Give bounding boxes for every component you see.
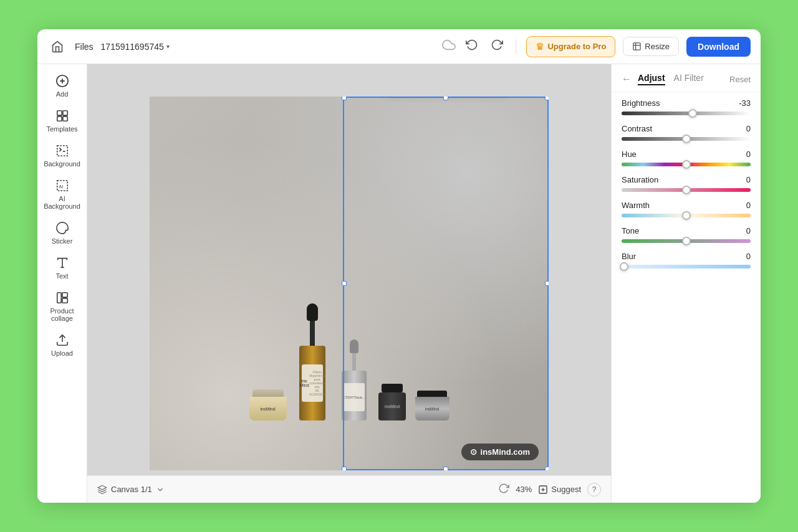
hue-value: 0 — [746, 150, 751, 159]
collage-icon — [55, 291, 69, 305]
tab-adjust[interactable]: Adjust — [638, 73, 665, 85]
refresh-icon — [498, 483, 509, 496]
svg-rect-11 — [57, 293, 60, 303]
panel-header: ← Adjust AI Filter Reset — [612, 64, 761, 92]
panel-back-button[interactable]: ← — [622, 74, 632, 85]
text-icon — [55, 256, 69, 270]
warmth-thumb[interactable] — [682, 211, 691, 220]
product-bottles: insMind ins MindAliquis Meperte cypara c… — [150, 303, 549, 420]
panel-content: Brightness -33 Contrast 0 — [612, 92, 761, 275]
reset-button[interactable]: Reset — [729, 75, 751, 84]
undo-button[interactable] — [463, 36, 481, 57]
panel-tabs: Adjust AI Filter — [638, 73, 704, 85]
handle-top-left[interactable] — [342, 97, 347, 100]
handle-mid-right[interactable] — [545, 281, 549, 286]
canvas-label: Canvas 1/1 — [111, 485, 152, 494]
contrast-thumb[interactable] — [682, 135, 691, 143]
svg-rect-4 — [57, 111, 61, 115]
tab-ai-filter[interactable]: AI Filter — [674, 73, 704, 85]
svg-rect-5 — [62, 111, 67, 115]
hue-label: Hue — [622, 150, 637, 159]
dropper-tall: ins MindAliquis Meperte cypara conmilero… — [296, 303, 330, 420]
saturation-label: Saturation — [622, 175, 658, 184]
zoom-level: 43% — [516, 485, 532, 494]
handle-bot-left[interactable] — [342, 467, 347, 470]
main-content: Add Templates Background — [37, 64, 761, 503]
sidebar-item-product-collage[interactable]: Product collage — [41, 286, 84, 327]
background-icon — [55, 144, 69, 158]
sidebar-item-sticker[interactable]: Sticker — [41, 216, 84, 250]
saturation-thumb[interactable] — [682, 186, 691, 194]
suggest-button[interactable]: Suggest — [538, 485, 581, 495]
tone-value: 0 — [746, 226, 751, 235]
svg-rect-7 — [62, 116, 67, 121]
layers-icon — [97, 485, 107, 495]
handle-bot-center[interactable] — [443, 467, 448, 470]
watermark-logo: ⊙ — [470, 447, 477, 457]
sidebar-item-background[interactable]: Background — [41, 139, 84, 173]
suggest-icon — [538, 485, 548, 495]
resize-button[interactable]: Resize — [623, 37, 679, 56]
blur-slider[interactable] — [622, 265, 751, 268]
plus-icon — [55, 74, 69, 88]
sidebar: Add Templates Background — [37, 64, 87, 503]
download-button[interactable]: Download — [686, 37, 751, 57]
brightness-label: Brightness — [622, 98, 660, 108]
home-button[interactable] — [47, 37, 67, 57]
blur-label: Blur — [622, 252, 636, 261]
tone-label: Tone — [622, 226, 639, 235]
handle-bot-right[interactable] — [545, 467, 549, 470]
brightness-value: -33 — [739, 98, 751, 108]
canvas: insMind ins MindAliquis Meperte cypara c… — [150, 97, 549, 470]
blur-value: 0 — [746, 252, 751, 261]
svg-text:AI: AI — [59, 184, 63, 189]
tone-slider[interactable] — [622, 239, 751, 243]
ai-background-icon: AI — [55, 179, 69, 192]
watermark: ⊙ insMind.com — [461, 444, 539, 460]
cloud-icon — [442, 38, 456, 55]
sidebar-item-upload[interactable]: Upload — [41, 328, 84, 362]
templates-icon — [55, 109, 69, 123]
blur-thumb[interactable] — [620, 262, 628, 271]
brightness-slider[interactable] — [622, 112, 751, 115]
crown-icon: ♛ — [536, 41, 544, 52]
watermark-text: insMind.com — [481, 447, 530, 457]
handle-top-right[interactable] — [545, 97, 549, 100]
canvas-area[interactable]: insMind ins MindAliquis Meperte cypara c… — [87, 64, 611, 503]
warmth-slider[interactable] — [622, 214, 751, 217]
saturation-slider[interactable] — [622, 188, 751, 192]
canvas-info: Canvas 1/1 — [97, 485, 165, 495]
header: Files 1715911695745 ▾ ♛ Upgrade to — [37, 29, 761, 64]
dropper-short: CTOFFT5unb... — [339, 340, 370, 420]
help-button[interactable]: ? — [587, 483, 601, 496]
filename-display[interactable]: 1715911695745 ▾ — [101, 42, 170, 52]
saturation-control: Saturation 0 — [622, 175, 751, 192]
contrast-slider[interactable] — [622, 137, 751, 141]
svg-rect-12 — [62, 293, 67, 297]
sidebar-item-add[interactable]: Add — [41, 69, 84, 103]
hue-thumb[interactable] — [682, 160, 691, 169]
jar2-small: insMind — [415, 391, 449, 420]
tone-control: Tone 0 — [622, 226, 751, 243]
handle-mid-left[interactable] — [342, 281, 347, 286]
redo-button[interactable] — [488, 36, 506, 57]
upgrade-button[interactable]: ♛ Upgrade to Pro — [526, 36, 615, 57]
upload-icon — [55, 333, 69, 347]
svg-rect-13 — [62, 298, 67, 303]
hue-slider[interactable] — [622, 163, 751, 166]
expand-icon[interactable] — [156, 485, 165, 494]
sidebar-item-text[interactable]: Text — [41, 251, 84, 285]
brightness-thumb[interactable] — [688, 109, 697, 118]
files-nav[interactable]: Files — [75, 42, 94, 52]
cap-container: insMind — [378, 384, 406, 420]
jar-small: insMind — [249, 389, 287, 420]
blur-control: Blur 0 — [622, 252, 751, 268]
sidebar-item-ai-background[interactable]: AI AI Background — [41, 174, 84, 215]
handle-top-center[interactable] — [443, 97, 448, 100]
sticker-icon — [55, 221, 69, 235]
sidebar-item-templates[interactable]: Templates — [41, 104, 84, 138]
tone-thumb[interactable] — [682, 237, 691, 245]
bottom-bar: Canvas 1/1 43% Suggest ? — [87, 475, 611, 503]
warmth-value: 0 — [746, 201, 751, 210]
filename-chevron: ▾ — [166, 43, 170, 50]
